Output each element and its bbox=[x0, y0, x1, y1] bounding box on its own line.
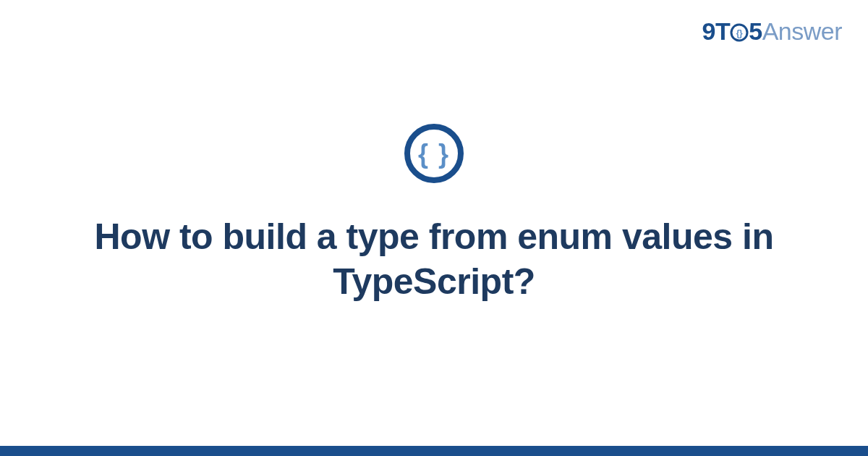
main-content: { } How to build a type from enum values… bbox=[0, 0, 868, 456]
bottom-accent-bar bbox=[0, 446, 868, 456]
question-title: How to build a type from enum values in … bbox=[87, 214, 781, 305]
code-braces-icon: { } bbox=[404, 123, 464, 187]
svg-text:{ }: { } bbox=[418, 139, 450, 169]
